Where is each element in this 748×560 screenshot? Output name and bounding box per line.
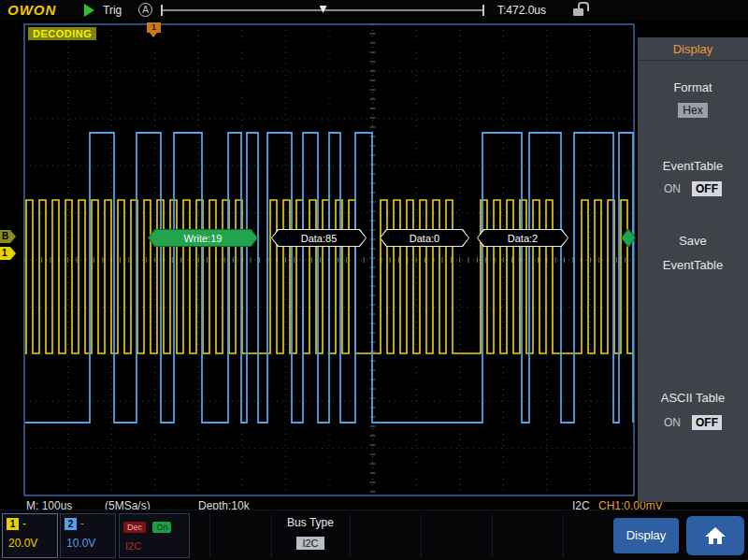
channel-1-coupling-icon: - <box>22 517 26 530</box>
menu-eventtable-label: EventTable <box>638 159 748 173</box>
menu-ascii-table-label: ASCII Table <box>638 391 748 405</box>
channel-2-scale: 10.0V <box>66 537 111 550</box>
trigger-status-label: Trig <box>103 4 122 17</box>
channel-2-box[interactable]: 2 - 10.0V <box>60 513 116 558</box>
bus-type-softkey[interactable]: Bus Type I2C <box>273 516 348 551</box>
menu-save-eventtable-button-line2[interactable]: EventTable <box>638 258 748 272</box>
ascii-table-onoff-toggle[interactable]: ON OFF <box>638 415 748 430</box>
display-button[interactable]: Display <box>613 518 679 553</box>
decode-bubble: Data:2 <box>477 229 568 247</box>
divider <box>421 514 422 557</box>
decode-bubble: Data:0 <box>380 229 469 247</box>
divider <box>492 514 493 557</box>
decode-bubble-label: Data:2 <box>478 230 568 246</box>
auto-trigger-icon: A <box>138 3 152 17</box>
divider <box>563 514 564 557</box>
bus-type-value[interactable]: I2C <box>296 537 324 550</box>
decode-bubble: Data:85 <box>271 229 367 247</box>
decode-badge: Dec <box>123 522 146 533</box>
channel-1-box[interactable]: 1 - 20.0V <box>2 513 58 558</box>
home-button[interactable] <box>686 516 744 555</box>
menu-save-eventtable-button[interactable]: Save <box>638 234 748 248</box>
oscilloscope-ui: OWON Trig A T:472.0us DECODING 1 B 1 Wri… <box>0 0 748 560</box>
decode-bus-label: I2C <box>125 540 185 552</box>
channel-2-coupling-icon: - <box>80 517 84 530</box>
side-menu-display: Display Format Hex EventTable ON OFF Sav… <box>638 37 748 502</box>
decode-bubble-label: Data:0 <box>381 230 468 246</box>
eventtable-onoff-toggle[interactable]: ON OFF <box>638 181 748 196</box>
waveform-display: DECODING 1 B 1 Write:19Data:85Data:0Data… <box>0 21 638 510</box>
trigger-time-readout: T:472.0us <box>497 4 546 17</box>
decode-bubble: Write:19 <box>148 229 258 247</box>
top-bar: OWON Trig A T:472.0us <box>0 0 748 21</box>
eventtable-off-option[interactable]: OFF <box>692 181 722 196</box>
channel-1-scale: 20.0V <box>8 537 53 550</box>
decoding-badge: DECODING <box>28 27 96 40</box>
run-state-play-icon <box>84 4 94 17</box>
divider <box>209 514 210 557</box>
lock-icon[interactable] <box>572 2 587 17</box>
menu-format-value[interactable]: Hex <box>638 101 748 118</box>
brand-logo: OWON <box>7 2 56 18</box>
divider <box>350 514 351 557</box>
bottom-bar: 1 - 20.0V 2 - 10.0V Dec On I2C Bus Type … <box>0 510 748 560</box>
channel-1-badge: 1 <box>7 518 19 530</box>
decode-status-box[interactable]: Dec On I2C <box>119 513 190 558</box>
ascii-off-option[interactable]: OFF <box>692 415 722 430</box>
ascii-on-option[interactable]: ON <box>664 416 681 429</box>
trigger-position-marker[interactable]: 1 <box>147 22 161 33</box>
format-hex-value[interactable]: Hex <box>678 103 707 118</box>
menu-title: Display <box>638 42 748 61</box>
menu-format-label: Format <box>638 80 748 94</box>
eventtable-on-option[interactable]: ON <box>664 182 681 195</box>
decode-bubble-label: Write:19 <box>149 230 257 246</box>
waveform-canvas <box>0 21 638 510</box>
channel-2-badge: 2 <box>65 518 77 530</box>
decode-bubble-label: Data:85 <box>272 230 366 246</box>
home-icon <box>704 525 726 546</box>
horizontal-position-slider[interactable] <box>161 5 484 16</box>
decode-on-badge: On <box>152 522 171 533</box>
divider <box>271 514 272 557</box>
bus-type-label: Bus Type <box>273 516 348 529</box>
